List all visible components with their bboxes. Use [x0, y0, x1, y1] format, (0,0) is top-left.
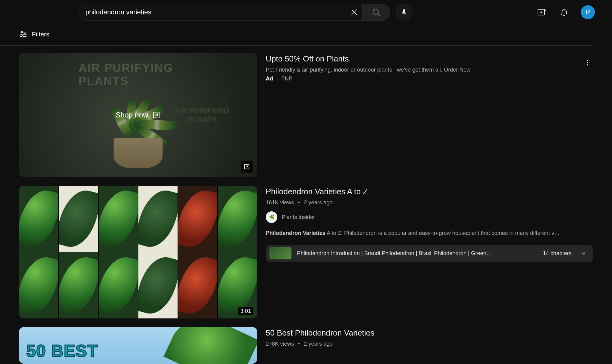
video-thumbnail[interactable]: 3:01 [19, 186, 257, 318]
thumbnail-overlay-text: 50 BEST [26, 341, 98, 361]
create-icon[interactable] [535, 6, 548, 18]
search-box[interactable] [78, 4, 362, 21]
chapter-mini-thumbnail [269, 247, 291, 259]
filters-label: Filters [32, 31, 49, 38]
ad-title[interactable]: Upto 50% Off on Plants. [266, 54, 593, 64]
video-views: 161K views [266, 199, 294, 206]
chapters-bar[interactable]: Philodendron Introduction | Brandi Philo… [266, 245, 593, 262]
svg-rect-1 [403, 9, 405, 13]
clear-search-icon[interactable] [346, 4, 362, 20]
avatar[interactable]: P [581, 5, 595, 19]
search-button[interactable] [362, 4, 390, 21]
video-title[interactable]: 50 Best Philodendron Varieties [266, 328, 593, 338]
svg-point-4 [24, 34, 25, 35]
video-result-row: 50 BEST 50 Best Philodendron Varieties 2… [19, 327, 593, 364]
svg-point-5 [22, 36, 23, 37]
avatar-letter: P [586, 8, 590, 16]
notifications-icon[interactable] [558, 6, 570, 18]
duration-badge: 3:01 [238, 307, 253, 315]
svg-point-9 [587, 62, 588, 63]
ad-label: Ad [266, 76, 273, 82]
external-link-icon[interactable] [241, 161, 253, 173]
video-views: 278K views [266, 341, 294, 347]
ad-result-row: AIR PURIFYING PLANTS AIR PURIFYING PLANT… [19, 53, 593, 177]
ad-separator: · [276, 76, 278, 82]
video-age: 2 years ago [304, 341, 332, 347]
voice-search-button[interactable] [396, 4, 413, 21]
video-description: Philodendron Varieties A to Z, Philodend… [266, 229, 593, 237]
chapters-preview: Philodendron Introduction | Brandi Philo… [297, 250, 537, 257]
chevron-down-icon [580, 250, 587, 257]
shop-now-overlay[interactable]: Shop now [116, 111, 161, 119]
ad-advertiser[interactable]: FNP [281, 76, 292, 82]
filters-button[interactable]: Filters [19, 30, 49, 39]
ad-description: Pet Friendly & air-purifying, indoor or … [266, 67, 593, 73]
channel-avatar[interactable]: 🌿 [266, 211, 277, 223]
ad-thumbnail[interactable]: AIR PURIFYING PLANTS AIR PURIFYING PLANT… [19, 53, 257, 177]
video-age: 2 years ago [304, 199, 332, 206]
chapters-count: 14 chapters [543, 250, 572, 257]
more-options-icon[interactable] [582, 57, 593, 68]
svg-point-8 [587, 60, 588, 61]
svg-point-0 [373, 9, 378, 14]
search-input[interactable] [85, 8, 346, 16]
svg-point-10 [587, 64, 588, 65]
video-thumbnail[interactable]: 50 BEST [19, 327, 257, 364]
video-result-row: 3:01 Philodendron Varieties A to Z 161K … [19, 186, 593, 318]
video-title[interactable]: Philodendron Varieties A to Z [266, 187, 593, 196]
svg-point-3 [21, 32, 23, 33]
channel-name[interactable]: Plants Insider [282, 214, 315, 221]
